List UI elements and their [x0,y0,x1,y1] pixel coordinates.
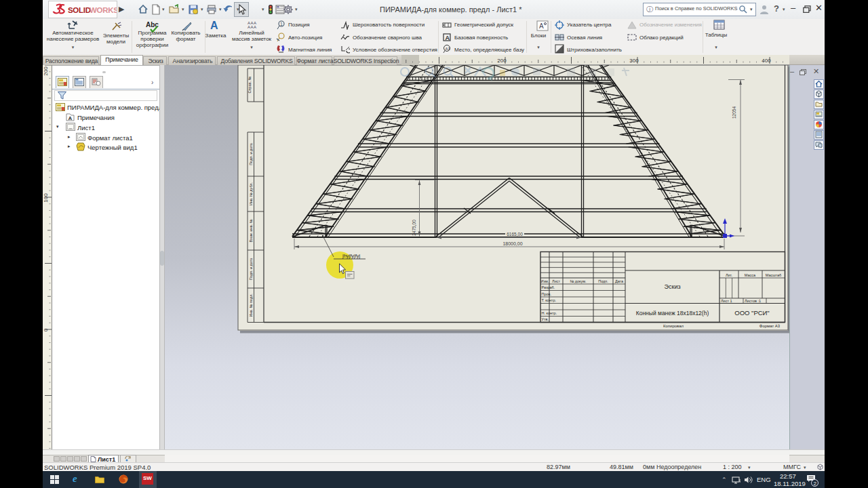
svg-text:0: 0 [43,328,49,331]
svg-text:Лист 1: Лист 1 [721,299,732,303]
svg-text:ООО "РСИ": ООО "РСИ" [734,309,769,317]
svg-text:Лит.: Лит. [726,273,733,277]
svg-text:400: 400 [762,58,771,64]
svg-text:Подп. и дата: Подп. и дата [249,258,253,280]
svg-text:SOLID: SOLID [68,6,91,14]
svg-text:Инв. № подл.: Инв. № подл. [249,293,253,317]
svg-text:Н. контр.: Н. контр. [542,311,557,315]
svg-text:Конный манеж 18х18х12(h): Конный манеж 18х18х12(h) [636,310,709,317]
svg-text:Утв.: Утв. [542,317,549,321]
svg-text:6165,00: 6165,00 [507,232,523,237]
svg-text:Подп. и дата: Подп. и дата [249,142,253,165]
svg-text:Копировал: Копировал [663,324,684,328]
svg-text:A: A [446,35,450,41]
svg-text:Эскиз: Эскиз [664,283,680,290]
svg-text:Инв. № дубл.: Инв. № дубл. [249,182,253,206]
svg-text:Подп.: Подп. [598,279,608,283]
svg-text:Дата: Дата [615,279,624,283]
svg-text:Листов :1: Листов :1 [745,299,761,303]
svg-text:Справ. №: Справ. № [248,76,252,93]
svg-text:WORKS: WORKS [90,6,117,14]
svg-text:Пров.: Пров. [542,292,552,296]
svg-text:Формат А3: Формат А3 [760,324,781,328]
svg-text:200: 200 [497,58,507,64]
svg-text:jhyjfyjfyj: jhyjfyjfyj [342,253,361,259]
svg-text:Масса: Масса [745,273,756,277]
svg-text:Изм.: Изм. [541,279,549,283]
svg-text:18000,00: 18000,00 [502,241,522,246]
svg-text:Т. контр.: Т. контр. [542,298,557,302]
svg-text:100: 100 [43,193,49,203]
svg-text:200: 200 [43,66,49,76]
svg-text:300: 300 [629,58,639,64]
svg-text:Лист: Лист [552,279,560,283]
svg-text:Масштаб: Масштаб [766,273,782,277]
svg-text:Разраб.: Разраб. [542,285,555,289]
svg-text:Взам. инв. №: Взам. инв. № [249,219,253,242]
svg-text:A: A [68,115,73,121]
svg-text:1: 1 [280,22,283,26]
svg-text:A1: A1 [446,47,451,51]
svg-text:2475,00: 2475,00 [412,220,416,236]
svg-text:№ докум.: № докум. [570,279,587,283]
svg-text:A: A [539,22,544,30]
svg-text:12054: 12054 [732,106,736,119]
